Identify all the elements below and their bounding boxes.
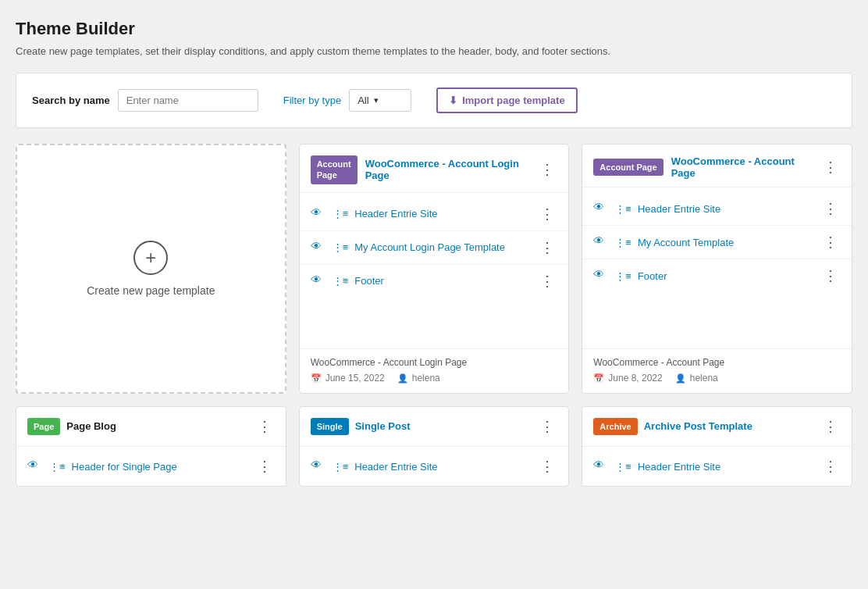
item-menu-header[interactable]: ⋮ — [537, 204, 557, 224]
template-items-woo-account: 👁 ⋮≡ Header Entrie Site ⋮ 👁 ⋮≡ My Accoun… — [582, 187, 852, 348]
template-card-woo-login: AccountPage WooCommerce - Account Login … — [299, 144, 570, 394]
filter-bar: Search by name Filter by type All ▾ ⬇ Im… — [16, 73, 852, 128]
card-menu-page-blog[interactable]: ⋮ — [254, 416, 275, 437]
badge-single: Single — [311, 418, 349, 435]
user-icon: 👤 — [397, 373, 408, 384]
template-items-single-post: 👁 ⋮≡ Header Entrie Site ⋮ — [300, 447, 569, 486]
item-name-header[interactable]: Header Entrie Site — [354, 208, 437, 220]
template-items-woo-login: 👁 ⋮≡ Header Entrie Site ⋮ 👁 ⋮≡ My Accoun… — [300, 193, 569, 348]
editor-icon: ⋮≡ — [333, 208, 349, 220]
template-item: 👁 ⋮≡ Header Entrie Site ⋮ — [582, 192, 852, 226]
filter-label: Filter by type — [283, 95, 341, 106]
eye-icon[interactable]: 👁 — [593, 234, 609, 250]
badge-account-page: Account Page — [593, 159, 663, 176]
card-title-page-blog[interactable]: Page Blog — [66, 420, 116, 432]
item-menu-my-account-login[interactable]: ⋮ — [537, 237, 557, 258]
template-item: 👁 ⋮≡ Header Entrie Site ⋮ — [300, 198, 569, 231]
template-item: 👁 ⋮≡ Header Entrie Site ⋮ — [582, 450, 852, 483]
editor-icon: ⋮≡ — [333, 241, 349, 253]
search-label: Search by name — [32, 95, 110, 106]
card-title-single-post[interactable]: Single Post — [355, 420, 411, 432]
card-menu-woo-account[interactable]: ⋮ — [820, 157, 841, 177]
item-menu-header-single[interactable]: ⋮ — [254, 456, 275, 477]
item-menu-footer-2[interactable]: ⋮ — [820, 266, 841, 286]
item-name-my-account-login[interactable]: My Account Login Page Template — [354, 241, 505, 253]
card-author: helena — [412, 373, 440, 384]
card-title-archive-post[interactable]: Archive Post Template — [644, 420, 752, 432]
template-items-page-blog: 👁 ⋮≡ Header for Single Page ⋮ — [16, 447, 286, 486]
search-input[interactable] — [118, 89, 258, 112]
card-footer-woo-account: WooCommerce - Account Page 📅 June 8, 202… — [582, 348, 852, 393]
card-date: June 8, 2022 — [608, 373, 662, 384]
badge-page: Page — [27, 418, 60, 435]
calendar-icon: 📅 — [593, 373, 604, 384]
editor-icon: ⋮≡ — [615, 461, 631, 473]
eye-icon[interactable]: 👁 — [311, 206, 326, 222]
item-name-header-entrie-3[interactable]: Header Entrie Site — [638, 461, 720, 473]
download-icon: ⬇ — [449, 95, 457, 106]
eye-icon[interactable]: 👁 — [27, 459, 43, 474]
template-item: 👁 ⋮≡ Footer ⋮ — [582, 259, 852, 292]
search-section: Search by name — [32, 89, 258, 112]
filter-type-select[interactable]: All ▾ — [349, 89, 411, 112]
card-header-archive-post: Archive Archive Post Template ⋮ — [582, 407, 852, 447]
template-items-archive-post: 👁 ⋮≡ Header Entrie Site ⋮ — [582, 447, 852, 486]
card-footer-title: WooCommerce - Account Page — [593, 357, 841, 368]
editor-icon: ⋮≡ — [333, 461, 349, 473]
template-card-single-post: Single Single Post ⋮ 👁 ⋮≡ Header Entrie … — [299, 406, 570, 487]
create-card-label: Create new page template — [87, 284, 215, 297]
card-footer-title: WooCommerce - Account Login Page — [311, 357, 558, 368]
card-date: June 15, 2022 — [326, 373, 385, 384]
item-menu-header-entrie-3[interactable]: ⋮ — [820, 456, 841, 477]
template-item: 👁 ⋮≡ Header Entrie Site ⋮ — [300, 450, 569, 483]
card-header-single-post: Single Single Post ⋮ — [300, 407, 569, 447]
page-subtitle: Create new page templates, set their dis… — [16, 45, 852, 57]
editor-icon: ⋮≡ — [615, 203, 631, 215]
template-card-woo-account: Account Page WooCommerce - Account Page … — [582, 144, 852, 394]
item-name-footer-2[interactable]: Footer — [638, 270, 667, 282]
item-menu-footer-1[interactable]: ⋮ — [537, 271, 557, 291]
item-menu-header-entrie-2[interactable]: ⋮ — [537, 456, 557, 477]
import-page-template-button[interactable]: ⬇ Import page template — [436, 87, 577, 113]
user-icon: 👤 — [675, 373, 686, 384]
card-author: helena — [690, 373, 718, 384]
card-header-woo-login: AccountPage WooCommerce - Account Login … — [300, 145, 569, 193]
chevron-down-icon: ▾ — [374, 95, 379, 105]
calendar-icon: 📅 — [311, 373, 322, 384]
card-menu-archive-post[interactable]: ⋮ — [820, 416, 841, 437]
item-name-header-entrie[interactable]: Header Entrie Site — [638, 203, 720, 215]
page-title: Theme Builder — [16, 19, 852, 39]
card-header-page-blog: Page Page Blog ⋮ — [16, 407, 286, 447]
badge-archive: Archive — [593, 418, 637, 435]
plus-icon: + — [133, 241, 168, 275]
template-item: 👁 ⋮≡ My Account Login Page Template ⋮ — [300, 231, 569, 265]
item-name-my-account-template[interactable]: My Account Template — [638, 237, 734, 248]
filter-section: Filter by type All ▾ — [283, 89, 411, 112]
card-header-woo-account: Account Page WooCommerce - Account Page … — [582, 145, 852, 187]
template-item: 👁 ⋮≡ Footer ⋮ — [300, 265, 569, 298]
item-menu-my-account-template[interactable]: ⋮ — [820, 232, 841, 252]
create-new-card[interactable]: + Create new page template — [16, 144, 286, 394]
badge-account-login: AccountPage — [311, 155, 358, 184]
template-card-archive-post: Archive Archive Post Template ⋮ 👁 ⋮≡ Hea… — [582, 406, 852, 487]
eye-icon[interactable]: 👁 — [311, 459, 326, 474]
card-footer-woo-login: WooCommerce - Account Login Page 📅 June … — [300, 348, 569, 393]
card-menu-woo-login[interactable]: ⋮ — [537, 159, 557, 180]
card-title-woo-account[interactable]: WooCommerce - Account Page — [671, 155, 820, 179]
item-name-footer-1[interactable]: Footer — [354, 275, 384, 287]
card-menu-single-post[interactable]: ⋮ — [537, 416, 557, 437]
item-name-header-entrie-2[interactable]: Header Entrie Site — [354, 461, 437, 473]
card-title-woo-login[interactable]: WooCommerce - Account Login Page — [365, 158, 538, 181]
cards-grid: + Create new page template AccountPage W… — [16, 144, 852, 487]
item-menu-header-entrie[interactable]: ⋮ — [820, 198, 841, 219]
template-item: 👁 ⋮≡ Header for Single Page ⋮ — [16, 450, 286, 483]
editor-icon: ⋮≡ — [615, 237, 631, 248]
eye-icon[interactable]: 👁 — [311, 273, 326, 289]
eye-icon[interactable]: 👁 — [311, 240, 326, 255]
editor-icon: ⋮≡ — [333, 275, 349, 287]
eye-icon[interactable]: 👁 — [593, 459, 609, 474]
eye-icon[interactable]: 👁 — [593, 268, 609, 284]
eye-icon[interactable]: 👁 — [593, 201, 609, 216]
editor-icon: ⋮≡ — [615, 270, 631, 282]
item-name-header-single[interactable]: Header for Single Page — [72, 461, 177, 473]
